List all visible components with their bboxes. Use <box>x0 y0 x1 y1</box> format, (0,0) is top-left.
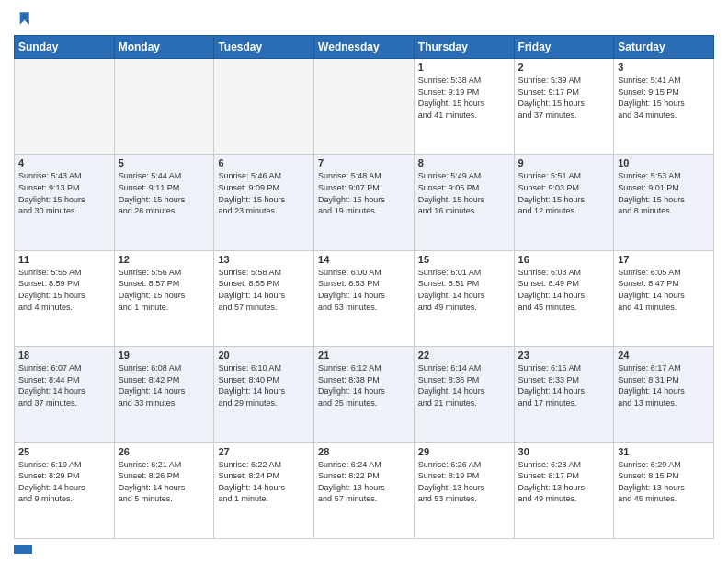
calendar-cell: 12Sunrise: 5:56 AM Sunset: 8:57 PM Dayli… <box>114 250 214 346</box>
calendar-table: SundayMondayTuesdayWednesdayThursdayFrid… <box>14 35 714 539</box>
day-info: Sunrise: 6:01 AM Sunset: 8:51 PM Dayligh… <box>418 267 510 313</box>
calendar-cell: 18Sunrise: 6:07 AM Sunset: 8:44 PM Dayli… <box>15 347 115 442</box>
calendar-cell: 30Sunrise: 6:28 AM Sunset: 8:17 PM Dayli… <box>514 442 614 538</box>
calendar-cell: 28Sunrise: 6:24 AM Sunset: 8:22 PM Dayli… <box>314 442 415 538</box>
calendar-cell: 11Sunrise: 5:55 AM Sunset: 8:59 PM Dayli… <box>15 250 115 346</box>
day-info: Sunrise: 6:07 AM Sunset: 8:44 PM Dayligh… <box>18 362 110 408</box>
day-info: Sunrise: 6:28 AM Sunset: 8:17 PM Dayligh… <box>518 459 610 505</box>
calendar-cell: 17Sunrise: 6:05 AM Sunset: 8:47 PM Dayli… <box>614 250 714 346</box>
calendar-cell: 19Sunrise: 6:08 AM Sunset: 8:42 PM Dayli… <box>114 347 214 442</box>
weekday-header-row: SundayMondayTuesdayWednesdayThursdayFrid… <box>15 36 714 59</box>
weekday-header-friday: Friday <box>514 36 614 59</box>
calendar-cell: 26Sunrise: 6:21 AM Sunset: 8:26 PM Dayli… <box>114 442 214 538</box>
day-info: Sunrise: 5:53 AM Sunset: 9:01 PM Dayligh… <box>618 170 710 216</box>
day-info: Sunrise: 6:12 AM Sunset: 8:38 PM Dayligh… <box>318 362 410 408</box>
day-info: Sunrise: 5:38 AM Sunset: 9:19 PM Dayligh… <box>418 75 510 121</box>
day-number: 6 <box>218 157 310 168</box>
week-row-4: 18Sunrise: 6:07 AM Sunset: 8:44 PM Dayli… <box>15 347 714 442</box>
calendar-cell: 15Sunrise: 6:01 AM Sunset: 8:51 PM Dayli… <box>414 250 514 346</box>
weekday-header-sunday: Sunday <box>15 36 115 59</box>
day-info: Sunrise: 6:26 AM Sunset: 8:19 PM Dayligh… <box>418 459 510 505</box>
day-number: 30 <box>518 446 610 457</box>
day-info: Sunrise: 6:29 AM Sunset: 8:15 PM Dayligh… <box>618 459 710 505</box>
day-number: 28 <box>318 446 410 457</box>
calendar-cell: 4Sunrise: 5:43 AM Sunset: 9:13 PM Daylig… <box>15 155 115 250</box>
day-number: 27 <box>218 446 310 457</box>
day-info: Sunrise: 6:10 AM Sunset: 8:40 PM Dayligh… <box>218 362 310 408</box>
weekday-header-tuesday: Tuesday <box>214 36 314 59</box>
day-info: Sunrise: 6:19 AM Sunset: 8:29 PM Dayligh… <box>18 459 110 505</box>
weekday-header-monday: Monday <box>114 36 214 59</box>
day-info: Sunrise: 6:21 AM Sunset: 8:26 PM Dayligh… <box>119 459 210 505</box>
week-row-1: 1Sunrise: 5:38 AM Sunset: 9:19 PM Daylig… <box>15 59 714 155</box>
week-row-5: 25Sunrise: 6:19 AM Sunset: 8:29 PM Dayli… <box>15 442 714 538</box>
day-number: 3 <box>618 62 710 73</box>
week-row-2: 4Sunrise: 5:43 AM Sunset: 9:13 PM Daylig… <box>15 155 714 250</box>
daylight-swatch <box>14 545 32 554</box>
day-number: 29 <box>418 446 510 457</box>
footer <box>14 545 714 554</box>
calendar-cell: 20Sunrise: 6:10 AM Sunset: 8:40 PM Dayli… <box>214 347 314 442</box>
day-info: Sunrise: 5:43 AM Sunset: 9:13 PM Dayligh… <box>18 170 110 216</box>
calendar-cell: 25Sunrise: 6:19 AM Sunset: 8:29 PM Dayli… <box>15 442 115 538</box>
logo-icon <box>14 9 32 28</box>
day-number: 14 <box>318 254 410 265</box>
day-number: 22 <box>418 350 510 361</box>
calendar-cell: 2Sunrise: 5:39 AM Sunset: 9:17 PM Daylig… <box>514 59 614 155</box>
day-number: 16 <box>518 254 610 265</box>
day-number: 25 <box>18 446 110 457</box>
day-number: 11 <box>18 254 110 265</box>
day-info: Sunrise: 5:39 AM Sunset: 9:17 PM Dayligh… <box>518 75 610 121</box>
calendar-cell: 9Sunrise: 5:51 AM Sunset: 9:03 PM Daylig… <box>514 155 614 250</box>
day-info: Sunrise: 5:55 AM Sunset: 8:59 PM Dayligh… <box>18 267 110 313</box>
day-info: Sunrise: 6:17 AM Sunset: 8:31 PM Dayligh… <box>618 362 710 408</box>
day-info: Sunrise: 6:14 AM Sunset: 8:36 PM Dayligh… <box>418 362 510 408</box>
calendar-cell: 23Sunrise: 6:15 AM Sunset: 8:33 PM Dayli… <box>514 347 614 442</box>
day-number: 15 <box>418 254 510 265</box>
calendar-cell <box>15 59 115 155</box>
day-info: Sunrise: 5:46 AM Sunset: 9:09 PM Dayligh… <box>218 170 310 216</box>
day-number: 13 <box>218 254 310 265</box>
weekday-header-wednesday: Wednesday <box>314 36 415 59</box>
day-number: 7 <box>318 157 410 168</box>
calendar-cell: 7Sunrise: 5:48 AM Sunset: 9:07 PM Daylig… <box>314 155 415 250</box>
day-number: 9 <box>518 157 610 168</box>
day-info: Sunrise: 5:41 AM Sunset: 9:15 PM Dayligh… <box>618 75 710 121</box>
day-info: Sunrise: 6:24 AM Sunset: 8:22 PM Dayligh… <box>318 459 410 505</box>
day-number: 5 <box>119 157 210 168</box>
logo <box>14 9 36 28</box>
day-number: 1 <box>418 62 510 73</box>
day-number: 8 <box>418 157 510 168</box>
calendar-cell: 5Sunrise: 5:44 AM Sunset: 9:11 PM Daylig… <box>114 155 214 250</box>
day-info: Sunrise: 5:44 AM Sunset: 9:11 PM Dayligh… <box>119 170 210 216</box>
calendar-cell: 21Sunrise: 6:12 AM Sunset: 8:38 PM Dayli… <box>314 347 415 442</box>
header <box>14 9 714 28</box>
calendar-cell: 31Sunrise: 6:29 AM Sunset: 8:15 PM Dayli… <box>614 442 714 538</box>
day-number: 12 <box>119 254 210 265</box>
calendar-cell: 29Sunrise: 6:26 AM Sunset: 8:19 PM Dayli… <box>414 442 514 538</box>
calendar-cell: 24Sunrise: 6:17 AM Sunset: 8:31 PM Dayli… <box>614 347 714 442</box>
calendar-cell: 1Sunrise: 5:38 AM Sunset: 9:19 PM Daylig… <box>414 59 514 155</box>
day-number: 20 <box>218 350 310 361</box>
day-info: Sunrise: 6:15 AM Sunset: 8:33 PM Dayligh… <box>518 362 610 408</box>
day-info: Sunrise: 5:49 AM Sunset: 9:05 PM Dayligh… <box>418 170 510 216</box>
day-number: 24 <box>618 350 710 361</box>
day-info: Sunrise: 6:05 AM Sunset: 8:47 PM Dayligh… <box>618 267 710 313</box>
weekday-header-saturday: Saturday <box>614 36 714 59</box>
day-number: 17 <box>618 254 710 265</box>
calendar-cell: 14Sunrise: 6:00 AM Sunset: 8:53 PM Dayli… <box>314 250 415 346</box>
day-number: 10 <box>618 157 710 168</box>
calendar-cell: 6Sunrise: 5:46 AM Sunset: 9:09 PM Daylig… <box>214 155 314 250</box>
calendar-cell <box>114 59 214 155</box>
day-info: Sunrise: 5:58 AM Sunset: 8:55 PM Dayligh… <box>218 267 310 313</box>
day-info: Sunrise: 6:03 AM Sunset: 8:49 PM Dayligh… <box>518 267 610 313</box>
day-number: 18 <box>18 350 110 361</box>
calendar-cell <box>214 59 314 155</box>
week-row-3: 11Sunrise: 5:55 AM Sunset: 8:59 PM Dayli… <box>15 250 714 346</box>
day-info: Sunrise: 6:22 AM Sunset: 8:24 PM Dayligh… <box>218 459 310 505</box>
day-number: 21 <box>318 350 410 361</box>
calendar-cell: 8Sunrise: 5:49 AM Sunset: 9:05 PM Daylig… <box>414 155 514 250</box>
weekday-header-thursday: Thursday <box>414 36 514 59</box>
calendar-cell: 3Sunrise: 5:41 AM Sunset: 9:15 PM Daylig… <box>614 59 714 155</box>
day-number: 23 <box>518 350 610 361</box>
